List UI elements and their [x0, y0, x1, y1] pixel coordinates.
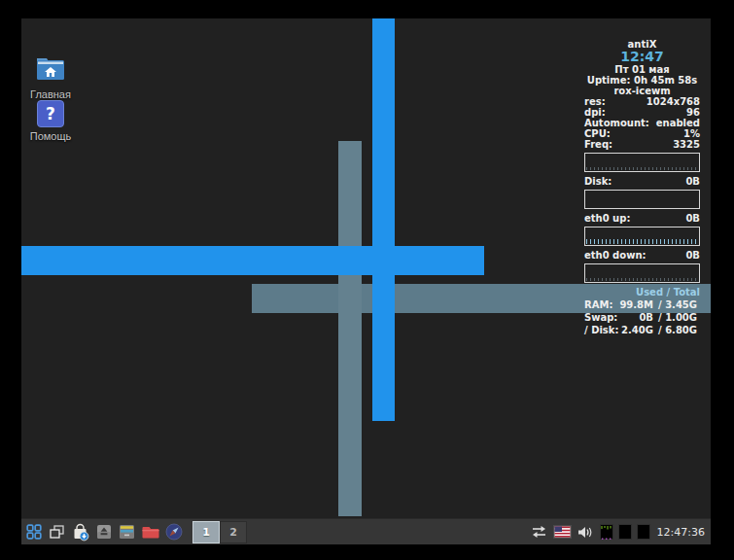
conky-used-total-header: Used / Total [584, 286, 700, 298]
window-list-button[interactable] [48, 522, 66, 542]
conky-eth0-down-row: eth0 down: 0B [584, 250, 700, 261]
package-installer-button[interactable] [71, 522, 89, 542]
windows-icon [49, 524, 65, 540]
conky-cpu-row: CPU: 1% [584, 128, 700, 139]
desktop-settings-button[interactable] [118, 522, 136, 542]
conky-disk-row: Disk: 0B [584, 176, 700, 187]
conky-eth0-down-graph [584, 263, 700, 283]
net-monitor-applet-1[interactable] [618, 524, 632, 540]
menu-button[interactable] [24, 522, 43, 542]
desktop: Главная ? Помощь antiX 12:47 Пт 01 мая U… [21, 18, 711, 544]
net-monitor-applet-2[interactable] [637, 524, 650, 540]
conky-freq-row: Freq: 3325 [584, 139, 700, 150]
wallpaper-blue-vertical-stripe [372, 18, 395, 421]
cpu-monitor-applet[interactable] [600, 524, 613, 540]
help-question-icon: ? [23, 100, 78, 127]
conky-cpu-graph [584, 153, 700, 172]
conky-swap-row: Swap: 0B / 1.00G [584, 311, 700, 324]
package-bag-icon [71, 523, 89, 542]
conky-eth0-up-graph [584, 227, 700, 246]
home-folder-icon [23, 54, 78, 86]
volume-applet[interactable] [577, 522, 595, 542]
cpu-activity-graph-icon [601, 526, 612, 540]
us-flag-icon [553, 525, 572, 539]
workspace-switcher: 1 2 [192, 521, 247, 543]
wallpaper-slate-vertical-stripe [338, 141, 362, 516]
desktop-icon-home[interactable]: Главная [23, 54, 78, 100]
browser-button[interactable] [164, 522, 183, 542]
compass-browser-icon [165, 523, 183, 541]
eject-drive-icon [96, 524, 112, 540]
workspace-1-button[interactable]: 1 [192, 521, 220, 543]
taskbar-clock: 12:47:36 [655, 526, 708, 539]
conky-system-monitor: antiX 12:47 Пт 01 мая Uptime: 0h 45m 58s… [584, 39, 700, 336]
conky-eth0-up-row: eth0 up: 0B [584, 213, 700, 224]
conky-rootdisk-row: / Disk: 2.40G / 6.80G [584, 324, 700, 336]
mount-devices-button[interactable] [94, 522, 113, 542]
system-tray: 12:47:36 [530, 522, 708, 542]
wallpaper-blue-horizontal-stripe [21, 246, 484, 275]
conky-automount-row: Automount: enabled [584, 118, 700, 128]
conky-uptime: Uptime: 0h 45m 58s [584, 75, 700, 86]
network-applet[interactable] [530, 522, 548, 542]
desktop-icon-help[interactable]: ? Помощь [23, 100, 78, 142]
conky-clock: 12:47 [584, 50, 700, 64]
desktop-icon-help-label: Помощь [23, 130, 78, 142]
red-folder-icon [142, 524, 159, 540]
conky-disk-graph [584, 190, 700, 209]
conky-session: rox-icewm [584, 86, 700, 96]
file-manager-button[interactable] [141, 522, 159, 542]
conky-date: Пт 01 мая [584, 64, 700, 75]
conky-dpi-row: dpi: 96 [584, 107, 700, 118]
workspace-2-button[interactable]: 2 [220, 521, 247, 543]
help-question-glyph: ? [37, 100, 64, 127]
conky-ram-row: RAM: 99.8M / 3.45G [584, 298, 700, 311]
speaker-icon [577, 526, 593, 539]
transfer-arrows-icon [532, 525, 546, 539]
keyboard-layout-applet[interactable] [553, 522, 572, 542]
app-menu-icon [26, 524, 42, 540]
screen-stripes-icon [119, 524, 135, 540]
taskbar: 1 2 [21, 518, 711, 544]
conky-res-row: res: 1024x768 [584, 96, 700, 107]
desktop-icon-home-label: Главная [23, 88, 78, 100]
